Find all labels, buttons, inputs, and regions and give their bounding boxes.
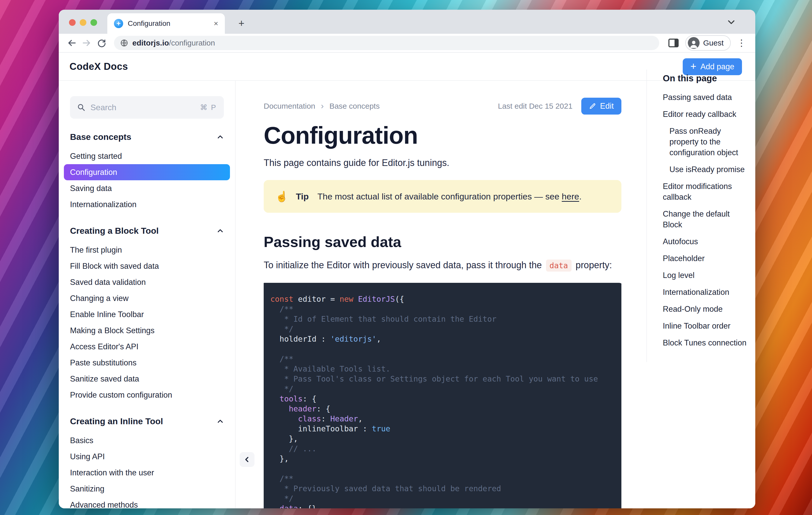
code-content: const editor = new EditorJS({ /** * Id o… <box>270 294 613 508</box>
tab-strip: + Configuration × + <box>59 10 755 34</box>
minimize-window-button[interactable] <box>80 19 86 26</box>
toc-title: On this page <box>663 73 749 83</box>
sidebar-item-sanitizing[interactable]: Sanitizing <box>64 481 230 497</box>
sidebar-item-changing-a-view[interactable]: Changing a view <box>64 290 230 306</box>
sidebar-section-title[interactable]: Creating an Inline Tool <box>70 416 224 426</box>
tab-search-chevron-icon[interactable] <box>727 18 736 27</box>
sidebar-item-paste-substitutions[interactable]: Paste substitutions <box>64 355 230 371</box>
tip-link[interactable]: here <box>562 192 579 201</box>
toc-item-editor-modifications-callback[interactable]: Editor modifications callback <box>663 181 749 202</box>
close-window-button[interactable] <box>69 19 76 26</box>
search-icon <box>77 103 85 111</box>
sidebar-item-using-api[interactable]: Using API <box>64 449 230 465</box>
toc-item-passing-saved-data[interactable]: Passing saved data <box>663 92 749 103</box>
zoom-window-button[interactable] <box>90 19 97 26</box>
sidebar-item-access-editor-s-api[interactable]: Access Editor's API <box>64 338 230 355</box>
sidebar-item-internationalization[interactable]: Internationalization <box>64 196 230 213</box>
forward-button[interactable] <box>79 35 94 50</box>
sidebar-item-basics[interactable]: Basics <box>64 432 230 449</box>
breadcrumb-base-concepts[interactable]: Base concepts <box>329 102 380 110</box>
docs-sidebar: Search ⌘ P Base conceptsGetting startedC… <box>59 81 236 508</box>
search-placeholder: Search <box>90 103 195 112</box>
code-block[interactable]: const editor = new EditorJS({ /** * Id o… <box>264 283 621 508</box>
chevron-up-icon <box>217 418 224 425</box>
page-content: CodeX Docs + Add page Search ⌘ P Base co… <box>59 53 755 508</box>
sidebar-section-title[interactable]: Creating a Block Tool <box>70 226 224 236</box>
address-bar[interactable]: editorjs.io/configuration <box>114 36 659 50</box>
avatar-icon <box>688 37 700 49</box>
search-input[interactable]: Search ⌘ P <box>70 96 224 119</box>
sidebar-item-enable-inline-toolbar[interactable]: Enable Inline Toolbar <box>64 306 230 322</box>
meta-row: Documentation›Base concepts Last edit De… <box>264 98 621 114</box>
new-tab-button[interactable]: + <box>235 16 248 30</box>
tab-close-icon[interactable]: × <box>213 20 218 27</box>
profile-chip[interactable]: Guest <box>685 35 731 51</box>
chevron-up-icon <box>217 134 224 141</box>
sidebar-item-provide-custom-configuration[interactable]: Provide custom configuration <box>64 387 230 403</box>
edit-button[interactable]: Edit <box>581 98 621 114</box>
search-shortcut: ⌘ P <box>200 103 217 112</box>
last-edit-label: Last edit Dec 15 2021 <box>498 102 573 110</box>
tip-label: Tip <box>296 192 309 201</box>
url-text: editorjs.io/configuration <box>132 38 215 47</box>
article: Documentation›Base concepts Last edit De… <box>264 81 621 508</box>
sidebar-item-getting-started[interactable]: Getting started <box>64 148 230 164</box>
sidebar-item-interaction-with-the-user[interactable]: Interaction with the user <box>64 465 230 481</box>
sidebar-item-saved-data-validation[interactable]: Saved data validation <box>64 274 230 290</box>
toc-item-pass-onready-property-to-the-configuration-object[interactable]: Pass onReady property to the configurati… <box>663 126 749 158</box>
chevron-left-icon <box>243 456 251 463</box>
on-this-page: On this page Passing saved dataEditor re… <box>646 70 749 362</box>
toc-item-inline-toolbar-order[interactable]: Inline Toolbar order <box>663 321 749 331</box>
toc-item-placeholder[interactable]: Placeholder <box>663 253 749 264</box>
url-host: editorjs.io <box>132 38 169 47</box>
sidebar-item-sanitize-saved-data[interactable]: Sanitize saved data <box>64 371 230 387</box>
sidebar-item-advanced-methods[interactable]: Advanced methods <box>64 497 230 508</box>
sidebar-item-the-first-plugin[interactable]: The first plugin <box>64 242 230 258</box>
tip-callout: ☝ Tip The most actual list of available … <box>264 180 621 213</box>
toc-item-block-tunes-connection[interactable]: Block Tunes connection <box>663 337 749 348</box>
body-paragraph: To initialize the Editor with previously… <box>264 260 612 271</box>
profile-label: Guest <box>703 38 724 47</box>
toc-item-read-only-mode[interactable]: Read-Only mode <box>663 304 749 315</box>
browser-window: + Configuration × + editorjs.io/configur… <box>59 10 755 508</box>
url-path: /configuration <box>169 38 215 47</box>
sidebar-item-configuration[interactable]: Configuration <box>64 164 230 180</box>
pencil-icon <box>589 103 596 110</box>
breadcrumb-chevron-icon: › <box>321 101 324 111</box>
site-logo[interactable]: CodeX Docs <box>69 61 128 72</box>
inline-code-data: data <box>546 260 572 272</box>
pointing-up-emoji-icon: ☝ <box>276 190 288 202</box>
browser-toolbar: editorjs.io/configuration Guest ⋮ <box>59 34 755 53</box>
sidebar-item-making-a-block-settings[interactable]: Making a Block Settings <box>64 322 230 338</box>
side-panel-icon[interactable] <box>668 38 678 47</box>
sidebar-item-saving-data[interactable]: Saving data <box>64 180 230 196</box>
reload-button[interactable] <box>94 35 109 50</box>
sidebar-sections: Base conceptsGetting startedConfiguratio… <box>70 132 224 508</box>
tab-favicon-icon: + <box>114 19 123 28</box>
tab-title: Configuration <box>128 20 170 28</box>
section-heading: Passing saved data <box>264 233 401 250</box>
toc-item-autofocus[interactable]: Autofocus <box>663 236 749 247</box>
intro-paragraph: This page contains guide for Editor.js t… <box>264 158 449 168</box>
breadcrumb: Documentation›Base concepts <box>264 102 380 111</box>
browser-tab-configuration[interactable]: + Configuration × <box>107 13 225 34</box>
toc-item-internationalization[interactable]: Internationalization <box>663 287 749 298</box>
back-button[interactable] <box>64 35 79 50</box>
sidebar-item-fill-block-with-saved-data[interactable]: Fill Block with saved data <box>64 258 230 274</box>
browser-menu-icon[interactable]: ⋮ <box>733 37 750 48</box>
toc-item-log-level[interactable]: Log level <box>663 270 749 281</box>
edit-label: Edit <box>600 102 614 111</box>
toc-list: Passing saved dataEditor ready callbackP… <box>663 92 749 348</box>
chevron-up-icon <box>217 227 224 235</box>
toc-item-editor-ready-callback[interactable]: Editor ready callback <box>663 109 749 120</box>
tip-text: The most actual list of available config… <box>317 192 582 201</box>
toc-item-use-isready-promise[interactable]: Use isReady promise <box>663 164 749 175</box>
sidebar-collapse-button[interactable] <box>240 452 255 467</box>
site-globe-icon <box>120 39 128 47</box>
page-title: Configuration <box>264 122 418 149</box>
toc-item-change-the-default-block[interactable]: Change the default Block <box>663 209 749 230</box>
breadcrumb-documentation[interactable]: Documentation <box>264 102 315 110</box>
window-controls <box>69 19 97 26</box>
sidebar-section-title[interactable]: Base concepts <box>70 132 224 142</box>
